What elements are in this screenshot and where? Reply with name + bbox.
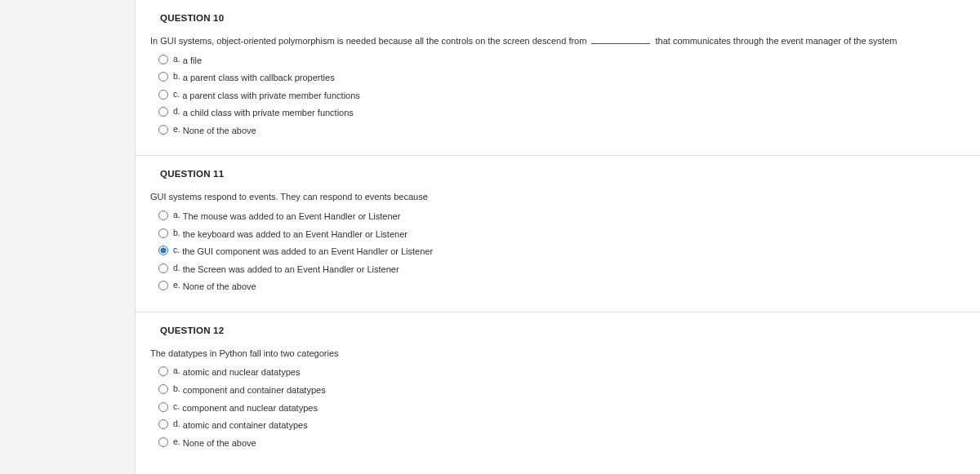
prompt-text-before: In GUI systems, object-oriented polymorp… [150, 36, 589, 46]
option-b[interactable]: b. the keyboard was added to an Event Ha… [158, 227, 965, 241]
radio-input[interactable] [158, 366, 168, 376]
option-letter: d. [173, 261, 180, 275]
option-c[interactable]: c. a parent class with private member fu… [158, 88, 965, 103]
option-e[interactable]: e. None of the above [158, 436, 965, 450]
question-prompt: GUI systems respond to events. They can … [150, 190, 965, 204]
option-text: the keyboard was added to an Event Handl… [183, 228, 408, 242]
prompt-text-before: The datatypes in Python fall into two ca… [150, 348, 339, 358]
options-list: a. a file b. a parent class with callbac… [150, 53, 965, 138]
option-text: The mouse was added to an Event Handler … [183, 210, 401, 224]
question-prompt: In GUI systems, object-oriented polymorp… [150, 34, 965, 48]
radio-input[interactable] [158, 402, 168, 412]
option-d[interactable]: d. the Screen was added to an Event Hand… [158, 262, 965, 277]
option-text: the GUI component was added to an Event … [182, 245, 433, 259]
radio-input[interactable] [158, 246, 168, 255]
quiz-page: QUESTION 10 In GUI systems, object-orien… [135, 0, 980, 474]
prompt-text-before: GUI systems respond to events. They can … [150, 192, 428, 202]
option-text: a parent class with callback properties [183, 71, 335, 86]
question-title: QUESTION 12 [160, 326, 965, 335]
question-block-10: QUESTION 10 In GUI systems, object-orien… [136, 0, 980, 156]
radio-input[interactable] [158, 125, 168, 135]
radio-input[interactable] [158, 281, 168, 290]
option-letter: c. [173, 400, 180, 414]
option-d[interactable]: d. atomic and container datatypes [158, 418, 965, 432]
option-letter: a. [173, 52, 180, 66]
option-letter: d. [173, 417, 180, 431]
radio-input[interactable] [158, 228, 168, 238]
option-c[interactable]: c. component and nuclear datatypes [158, 401, 965, 415]
option-e[interactable]: e. None of the above [158, 123, 965, 138]
option-text: None of the above [183, 124, 256, 139]
option-letter: e. [173, 278, 180, 292]
prompt-text-after: that communicates through the event mana… [653, 36, 897, 46]
option-letter: c. [173, 243, 180, 257]
options-list: a. atomic and nuclear datatypes b. compo… [150, 365, 965, 450]
option-text: component and container datatypes [183, 383, 326, 398]
option-text: a parent class with private member funct… [182, 89, 360, 104]
fill-blank [591, 36, 650, 44]
option-letter: b. [173, 69, 180, 83]
option-a[interactable]: a. atomic and nuclear datatypes [158, 365, 965, 379]
option-a[interactable]: a. The mouse was added to an Event Handl… [158, 209, 965, 224]
option-letter: a. [173, 364, 180, 378]
option-text: atomic and container datatypes [183, 419, 308, 433]
radio-input[interactable] [158, 90, 168, 100]
radio-input[interactable] [158, 264, 168, 273]
radio-input[interactable] [158, 419, 168, 429]
option-letter: c. [173, 87, 180, 101]
option-text: None of the above [183, 280, 256, 295]
option-text: the Screen was added to an Event Handler… [183, 263, 399, 277]
radio-input[interactable] [158, 107, 168, 117]
option-text: component and nuclear datatypes [182, 401, 318, 416]
option-letter: b. [173, 226, 180, 240]
option-a[interactable]: a. a file [158, 53, 965, 68]
option-letter: b. [173, 382, 180, 396]
question-prompt: The datatypes in Python fall into two ca… [150, 347, 965, 361]
radio-input[interactable] [158, 437, 168, 447]
option-b[interactable]: b. a parent class with callback properti… [158, 70, 965, 85]
option-letter: e. [173, 122, 180, 136]
option-c[interactable]: c. the GUI component was added to an Eve… [158, 244, 965, 259]
option-e[interactable]: e. None of the above [158, 279, 965, 294]
options-list: a. The mouse was added to an Event Handl… [150, 209, 965, 294]
option-d[interactable]: d. a child class with private member fun… [158, 105, 965, 120]
radio-input[interactable] [158, 55, 168, 64]
question-title: QUESTION 11 [160, 169, 965, 179]
question-title: QUESTION 10 [160, 13, 965, 23]
option-text: atomic and nuclear datatypes [183, 365, 301, 380]
option-letter: e. [173, 435, 180, 449]
radio-input[interactable] [158, 72, 168, 82]
option-b[interactable]: b. component and container datatypes [158, 383, 965, 397]
radio-input[interactable] [158, 384, 168, 394]
option-text: a child class with private member functi… [183, 106, 354, 121]
radio-input[interactable] [158, 210, 168, 220]
question-block-12: QUESTION 12 The datatypes in Python fall… [136, 312, 980, 467]
option-text: None of the above [183, 436, 256, 451]
option-letter: d. [173, 104, 180, 118]
option-text: a file [183, 54, 202, 69]
question-block-11: QUESTION 11 GUI systems respond to event… [136, 156, 980, 312]
option-letter: a. [173, 208, 180, 222]
